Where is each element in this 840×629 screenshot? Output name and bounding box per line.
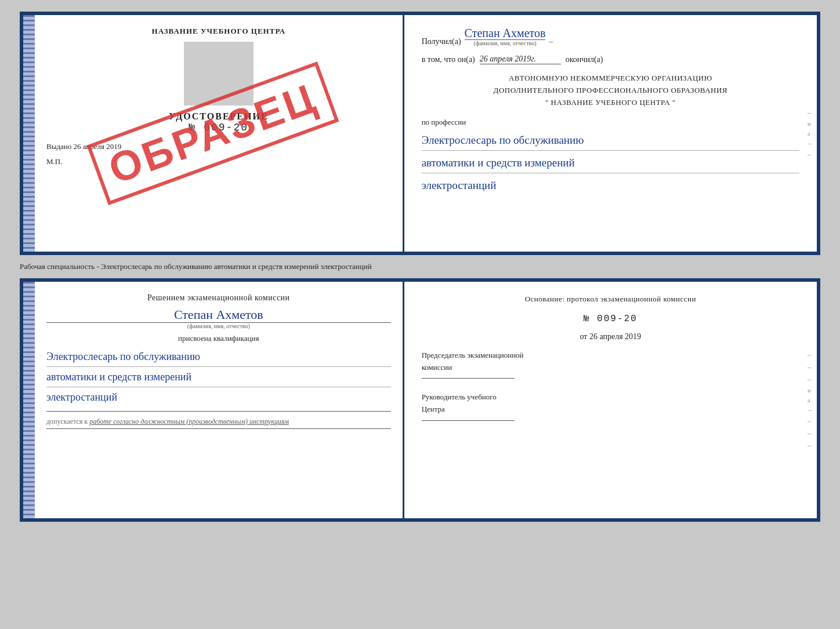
bottom-cert-left: Решением экзаменационной комиссии Степан… <box>23 282 404 518</box>
date-line: в том, что он(а) 26 апреля 2019г. окончи… <box>422 54 799 64</box>
bottom-side-label-6: ← <box>808 407 813 413</box>
udostoverenie-label: УДОСТОВЕРЕНИЕ <box>46 111 391 122</box>
bottom-side-label-5: а <box>808 397 813 403</box>
cert-number-top: № 009-20 <box>46 122 391 133</box>
org-line3: " НАЗВАНИЕ УЧЕБНОГО ЦЕНТРА " <box>422 97 799 109</box>
vydano-prefix: Выдано <box>46 142 71 151</box>
chairman-line1: Председатель экзаменационной <box>422 350 799 362</box>
profession-prefix: по профессии <box>422 118 466 126</box>
date-value: 26 апреля 2019г. <box>480 54 561 64</box>
qual-handwritten-3: электростанций <box>46 387 391 407</box>
bottom-side-label-9: – <box>808 441 813 450</box>
date-suffix: окончил(а) <box>566 55 603 64</box>
bottom-side-label-8: – <box>808 429 813 438</box>
qual-bottom-line <box>46 411 391 412</box>
top-certificate: НАЗВАНИЕ УЧЕБНОГО ЦЕНТРА УДОСТОВЕРЕНИЕ №… <box>20 12 820 255</box>
org-text: АВТОНОМНУЮ НЕКОММЕРЧЕСКУЮ ОРГАНИЗАЦИЮ ДО… <box>422 72 799 108</box>
side-label-3: а <box>808 130 813 137</box>
decision-text: Решением экзаменационной комиссии <box>46 293 391 303</box>
bottom-left-pattern <box>23 282 35 518</box>
person-name-bottom: Степан Ахметов <box>46 307 391 323</box>
rukovoditel-line1: Руководитель учебного <box>422 391 799 403</box>
training-center-title: НАЗВАНИЕ УЧЕБНОГО ЦЕНТРА <box>46 27 391 36</box>
dopuskaetsya-block: допускается к работе согласно должностны… <box>46 417 391 426</box>
bottom-cert-right: Основание: протокол экзаменационной коми… <box>404 282 817 518</box>
mp-block: М.П. <box>46 157 391 166</box>
bottom-side-label-7: – <box>808 417 813 426</box>
top-cert-left: НАЗВАНИЕ УЧЕБНОГО ЦЕНТРА УДОСТОВЕРЕНИЕ №… <box>23 15 404 252</box>
right-side-labels-bottom: – – – и а ← – – – <box>808 351 813 450</box>
rukovoditel-block: Руководитель учебного Центра <box>422 391 799 426</box>
qual-handwritten-1: Электрослесарь по обслуживанию <box>46 347 391 367</box>
chairman-line2: комиссии <box>422 362 799 374</box>
side-label-2: и <box>808 121 813 127</box>
photo-placeholder <box>184 42 254 106</box>
rukovoditel-line2: Центра <box>422 403 799 416</box>
org-line2: ДОПОЛНИТЕЛЬНОГО ПРОФЕССИОНАЛЬНОГО ОБРАЗО… <box>422 85 799 97</box>
qual-handwritten-2: автоматики и средств измерений <box>46 367 391 387</box>
side-label-5: – <box>808 150 813 159</box>
top-cert-right: Получил(а) Степан Ахметов (фамилия, имя,… <box>404 15 817 252</box>
org-line1: АВТОНОМНУЮ НЕКОММЕРЧЕСКУЮ ОРГАНИЗАЦИЮ <box>422 72 799 85</box>
side-label-4: ← <box>808 140 813 147</box>
dopuskaetsya-value: работе согласно должностным (производств… <box>89 417 289 426</box>
received-dash: – <box>549 37 553 46</box>
fio-sub-bottom: (фамилия, имя, отчество) <box>46 323 391 329</box>
assigned-qual: присвоена квалификация <box>46 334 391 343</box>
bottom-side-label-4: и <box>808 387 813 394</box>
protocol-date: 26 апреля 2019 <box>589 332 641 341</box>
date-prefix: в том, что он(а) <box>422 55 475 64</box>
side-label-1: – <box>808 108 813 117</box>
profession-block: по профессии Электрослесарь по обслужива… <box>422 117 799 195</box>
received-sub: (фамилия, имя, отчество) <box>465 40 546 46</box>
left-decorative-pattern <box>23 15 35 252</box>
received-name: Степан Ахметов <box>465 27 546 40</box>
vydano-block: Выдано 26 апреля 2019 <box>46 142 391 151</box>
chairman-signature-line <box>422 378 515 379</box>
bottom-certificate: Решением экзаменационной комиссии Степан… <box>20 278 820 522</box>
dopuskaetsya-prefix: допускается к <box>46 417 88 426</box>
protocol-date-prefix: от <box>580 332 588 341</box>
chairman-block: Председатель экзаменационной комиссии <box>422 350 799 384</box>
vydano-date: 26 апреля 2019 <box>74 142 122 151</box>
received-line: Получил(а) Степан Ахметов (фамилия, имя,… <box>422 27 799 46</box>
udostoverenie-block: УДОСТОВЕРЕНИЕ № 009-20 <box>46 111 391 133</box>
right-side-labels: – и а ← – <box>808 108 813 159</box>
middle-specialty-text: Рабочая специальность - Электрослесарь п… <box>20 260 820 274</box>
document-container: НАЗВАНИЕ УЧЕБНОГО ЦЕНТРА УДОСТОВЕРЕНИЕ №… <box>20 12 820 522</box>
bottom-side-label-1: – <box>808 351 813 359</box>
protocol-number: № 009-20 <box>422 314 799 324</box>
profession-handwritten-1: Электрослесарь по обслуживанию <box>422 130 799 151</box>
received-prefix: Получил(а) <box>422 37 461 46</box>
osnovaniye-text: Основание: протокол экзаменационной коми… <box>422 293 799 306</box>
profession-handwritten-2: автоматики и средств измерений <box>422 153 799 173</box>
bottom-side-label-2: – <box>808 363 813 372</box>
bottom-side-label-3: – <box>808 375 813 384</box>
protocol-date-block: от 26 апреля 2019 <box>422 332 799 341</box>
profession-handwritten-3: электростанций <box>422 176 799 195</box>
rukovoditel-signature-line <box>422 420 515 421</box>
dopuskaetsya-bottom-line <box>46 428 391 429</box>
